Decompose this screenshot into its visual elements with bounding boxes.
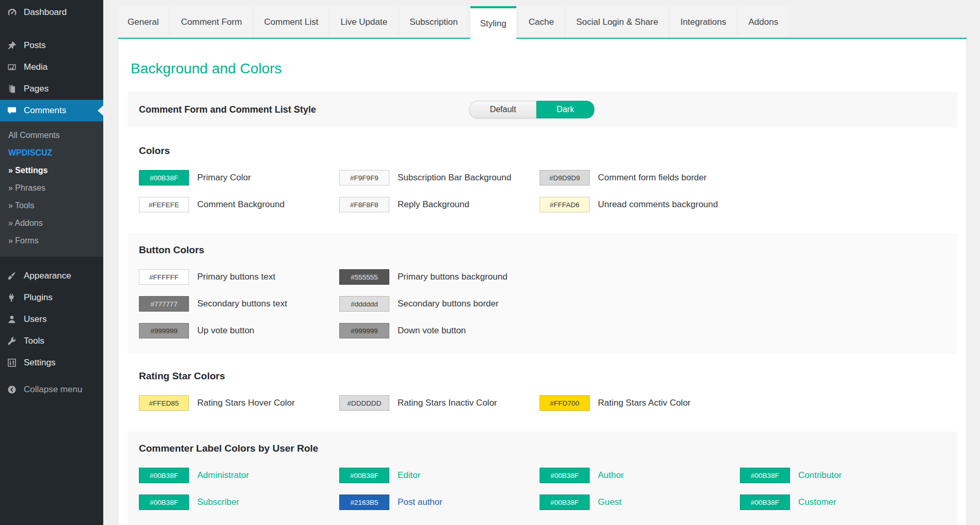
color-setting: #DDDDDD Rating Stars Inactiv Color — [339, 395, 540, 411]
color-setting-label: Unread comments background — [598, 199, 718, 210]
color-setting: #F9F9F9 Subscription Bar Background — [339, 170, 540, 186]
sidebar-item-dashboard[interactable]: Dashboard — [0, 2, 103, 23]
color-swatch[interactable]: #D9D9D9 — [540, 170, 590, 186]
tab-styling[interactable]: Styling — [470, 6, 516, 39]
role-label: Author — [598, 470, 624, 481]
submenu-item-addons[interactable]: » Addons — [0, 214, 103, 232]
submenu-item-all-comments[interactable]: All Comments — [0, 127, 103, 144]
color-setting-label: Secondary buttons text — [197, 299, 287, 309]
main-content: General Comment Form Comment List Live U… — [103, 0, 980, 525]
color-swatch[interactable]: #F9F9F9 — [339, 170, 389, 186]
color-swatch[interactable]: #555555 — [339, 269, 389, 285]
tab-live-update[interactable]: Live Update — [330, 6, 397, 38]
tab-general[interactable]: General — [118, 6, 168, 38]
rating-star-colors-grid: #FFED85 Rating Stars Hover Color #DDDDDD… — [139, 395, 946, 411]
color-swatch[interactable]: #FFFAD6 — [540, 197, 590, 212]
swatch-hex: #FFD700 — [550, 399, 579, 407]
sidebar-item-settings[interactable]: Settings — [0, 352, 103, 374]
sidebar-item-collapse-menu[interactable]: Collapse menu — [0, 379, 103, 400]
tab-integrations[interactable]: Integrations — [671, 6, 736, 38]
paintbrush-icon — [6, 270, 18, 282]
color-setting: #FEFEFE Comment Background — [139, 197, 339, 212]
swatch-hex: #FEFEFE — [149, 201, 179, 209]
color-swatch[interactable]: #FFD700 — [540, 395, 590, 411]
color-swatch[interactable]: #00B38F — [740, 495, 790, 510]
color-setting: #00B38F Editor — [339, 468, 540, 483]
swatch-hex: #F9F9F9 — [350, 174, 378, 182]
tab-addons[interactable]: Addons — [739, 6, 788, 38]
color-swatch[interactable]: #FFED85 — [139, 395, 189, 411]
sidebar-item-label: Dashboard — [24, 7, 67, 18]
color-setting: #999999 Down vote button — [339, 323, 540, 338]
sidebar-item-comments[interactable]: Comments — [0, 100, 103, 121]
style-default-button[interactable]: Default — [469, 101, 536, 118]
submenu-item-settings[interactable]: » Settings — [0, 162, 103, 179]
color-swatch[interactable]: #00B38F — [339, 468, 389, 483]
sidebar-item-label: Media — [24, 62, 48, 72]
color-swatch[interactable]: #FFFFFF — [139, 269, 189, 285]
color-swatch[interactable]: #FEFEFE — [139, 197, 189, 212]
color-setting-label: Subscription Bar Background — [398, 173, 511, 183]
color-swatch[interactable]: #00B38F — [139, 170, 189, 186]
pages-icon — [6, 83, 18, 95]
swatch-hex: #999999 — [351, 327, 378, 335]
color-setting: #999999 Up vote button — [139, 323, 339, 338]
color-swatch[interactable]: #00B38F — [540, 468, 590, 483]
color-swatch[interactable]: #2163B5 — [339, 495, 389, 510]
section-colors: Colors #00B38F Primary Color #F9F9F9 Sub… — [128, 134, 957, 228]
color-swatch[interactable]: #00B38F — [139, 495, 189, 510]
pushpin-icon — [6, 40, 18, 51]
tab-comment-form[interactable]: Comment Form — [171, 6, 251, 38]
media-icon — [6, 61, 18, 73]
comments-submenu: All Comments WPDISCUZ » Settings » Phras… — [0, 121, 103, 257]
style-dark-button[interactable]: Dark — [536, 101, 594, 118]
admin-sidebar: Dashboard Posts Media Pages Comments All… — [0, 0, 103, 525]
sidebar-item-tools[interactable]: Tools — [0, 330, 103, 352]
color-setting: #FFFAD6 Unread comments background — [540, 197, 740, 212]
color-setting: #FFD700 Rating Stars Activ Color — [540, 395, 740, 411]
color-setting-label: Secondary buttons border — [398, 299, 499, 309]
color-swatch[interactable]: #00B38F — [540, 495, 590, 510]
color-setting: #00B38F Customer — [740, 495, 940, 510]
submenu-item-tools[interactable]: » Tools — [0, 197, 103, 214]
submenu-item-wpdiscuz[interactable]: WPDISCUZ — [0, 144, 103, 162]
sidebar-item-posts[interactable]: Posts — [0, 35, 103, 56]
color-swatch[interactable]: #777777 — [139, 296, 189, 312]
tab-social-login-share[interactable]: Social Login & Share — [566, 6, 668, 38]
sidebar-item-media[interactable]: Media — [0, 56, 103, 78]
role-label: Editor — [398, 470, 420, 481]
role-label: Guest — [598, 497, 621, 507]
page-title: Background and Colors — [118, 39, 967, 91]
tab-comment-list[interactable]: Comment List — [255, 6, 328, 38]
color-swatch[interactable]: #00B38F — [139, 468, 189, 483]
color-swatch[interactable]: #00B38F — [740, 468, 790, 483]
settings-tab-bar: General Comment Form Comment List Live U… — [103, 0, 980, 38]
swatch-hex: #999999 — [150, 327, 178, 335]
sidebar-separator — [0, 257, 103, 265]
sidebar-item-label: Users — [24, 314, 46, 325]
sidebar-item-label: Tools — [24, 336, 44, 346]
tab-subscription[interactable]: Subscription — [400, 6, 468, 38]
color-swatch[interactable]: #dddddd — [339, 296, 389, 312]
swatch-hex: #DDDDDD — [347, 399, 381, 407]
submenu-item-phrases[interactable]: » Phrases — [0, 179, 103, 197]
commenter-label-colors-grid: #00B38F Administrator #00B38F Editor #00… — [139, 468, 946, 510]
color-swatch[interactable]: #F8F8F8 — [339, 197, 389, 212]
swatch-hex: #555555 — [351, 273, 378, 281]
sidebar-item-label: Settings — [24, 358, 55, 368]
colors-grid: #00B38F Primary Color #F9F9F9 Subscripti… — [139, 170, 946, 212]
submenu-item-forms[interactable]: » Forms — [0, 232, 103, 250]
sidebar-item-plugins[interactable]: Plugins — [0, 287, 103, 308]
sidebar-item-users[interactable]: Users — [0, 308, 103, 330]
color-swatch[interactable]: #999999 — [139, 323, 189, 338]
color-swatch[interactable]: #999999 — [339, 323, 389, 338]
swatch-hex: #D9D9D9 — [549, 174, 580, 182]
color-swatch[interactable]: #DDDDDD — [339, 395, 389, 411]
section-button-colors-title: Button Colors — [139, 244, 946, 256]
sidebar-item-pages[interactable]: Pages — [0, 78, 103, 100]
section-commenter-label-colors: Commenter Label Colors by User Role #00B… — [128, 431, 957, 525]
swatch-hex: #00B38F — [150, 472, 178, 480]
sidebar-item-appearance[interactable]: Appearance — [0, 265, 103, 287]
color-setting: #00B38F Guest — [540, 495, 740, 510]
tab-cache[interactable]: Cache — [519, 6, 564, 38]
